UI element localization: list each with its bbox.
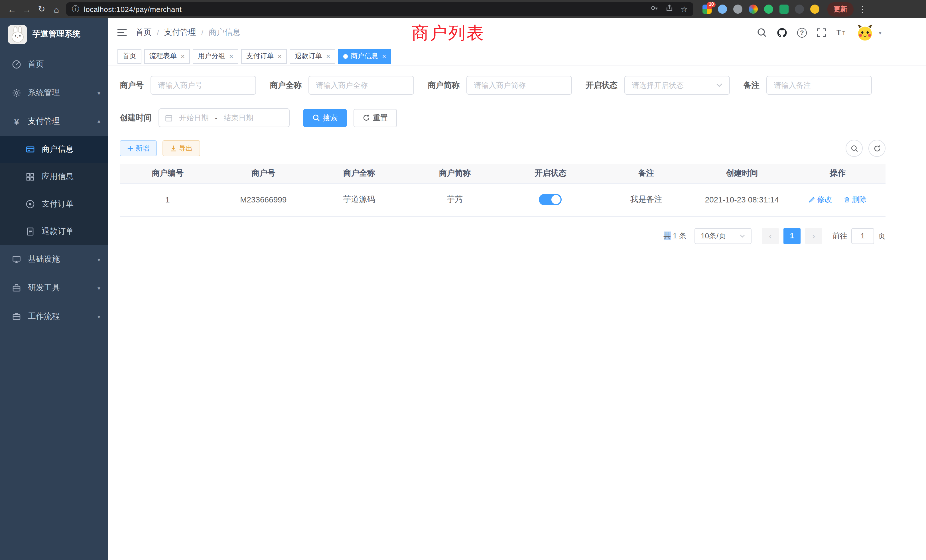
browser-menu-icon[interactable]: ⋮ bbox=[858, 4, 867, 14]
cell-status bbox=[502, 183, 598, 216]
tab-home[interactable]: 首页 bbox=[118, 49, 141, 64]
svg-text:T: T bbox=[842, 30, 845, 36]
sidebar-item-label: 支付订单 bbox=[42, 199, 100, 209]
edit-button[interactable]: 修改 bbox=[808, 194, 832, 205]
status-label: 开启状态 bbox=[586, 80, 617, 90]
logo-avatar-image bbox=[8, 25, 27, 44]
tab-close-icon[interactable]: × bbox=[382, 52, 386, 60]
font-size-icon[interactable]: TT bbox=[836, 28, 847, 37]
app-title: 芋道管理系统 bbox=[32, 29, 80, 39]
merchant-table: 商户编号 商户号 商户全称 商户简称 开启状态 备注 创建时间 操作 bbox=[120, 163, 885, 216]
sidebar-item-merchant-info[interactable]: 商户信息 bbox=[0, 136, 108, 163]
breadcrumb-home[interactable]: 首页 bbox=[136, 27, 152, 38]
sidebar-item-home[interactable]: 首页 bbox=[0, 50, 108, 79]
sidebar-menu: 首页 系统管理 ▾ ¥ 支付管理 ▾ bbox=[0, 50, 108, 331]
extension-icon[interactable] bbox=[718, 5, 727, 14]
extension-icon[interactable] bbox=[733, 5, 742, 14]
help-icon[interactable]: ? bbox=[797, 28, 807, 37]
extension-icon[interactable] bbox=[764, 5, 773, 14]
delete-button[interactable]: 删除 bbox=[843, 194, 867, 205]
header-search-icon[interactable] bbox=[757, 27, 767, 38]
status-toggle[interactable] bbox=[539, 194, 562, 205]
sidebar-item-workflow[interactable]: 工作流程 ▾ bbox=[0, 302, 108, 331]
extension-icon[interactable]: 10 bbox=[702, 5, 712, 14]
toggle-search-icon-button[interactable] bbox=[846, 140, 863, 157]
breadcrumb-separator: / bbox=[157, 28, 159, 37]
remark-label: 备注 bbox=[743, 80, 760, 90]
page-size-value: 10条/页 bbox=[701, 231, 726, 241]
search-form-row-1: 商户号 商户全称 商户简称 开启状态 bbox=[120, 76, 885, 95]
svg-text:T: T bbox=[837, 28, 841, 36]
tab-close-icon[interactable]: × bbox=[326, 52, 330, 60]
merchant-no-input[interactable] bbox=[158, 81, 249, 89]
next-page-button[interactable]: › bbox=[805, 228, 822, 244]
tab-refund-order[interactable]: 退款订单× bbox=[290, 49, 335, 64]
github-icon[interactable] bbox=[776, 27, 787, 38]
tab-merchant-info[interactable]: 商户信息× bbox=[338, 49, 391, 64]
sidebar-item-pay-order[interactable]: 支付订单 bbox=[0, 191, 108, 218]
chevron-down-icon: ▾ bbox=[97, 285, 100, 291]
bookmark-star-icon[interactable]: ☆ bbox=[681, 5, 688, 14]
search-form-row-2: 创建时间 开始日期 - 结束日期 搜索 bbox=[120, 108, 885, 127]
url-text: localhost:1024/pay/merchant bbox=[84, 5, 182, 14]
user-avatar[interactable] bbox=[856, 24, 873, 41]
sidebar-item-label: 基础设施 bbox=[28, 254, 97, 265]
cell-full-name: 芋道源码 bbox=[311, 183, 407, 216]
dashboard-icon bbox=[11, 60, 22, 69]
extension-icon[interactable] bbox=[779, 5, 788, 14]
active-tab-dot bbox=[343, 54, 348, 59]
browser-back-icon[interactable]: ← bbox=[5, 2, 20, 17]
date-range-separator: - bbox=[215, 114, 218, 122]
browser-profile-avatar[interactable] bbox=[810, 5, 819, 14]
sidebar-item-system[interactable]: 系统管理 ▾ bbox=[0, 79, 108, 107]
tab-user-group[interactable]: 用户分组× bbox=[193, 49, 238, 64]
tab-close-icon[interactable]: × bbox=[181, 52, 185, 60]
tab-process-form[interactable]: 流程表单× bbox=[144, 49, 190, 64]
app-header: 首页 / 支付管理 / 商户信息 ? bbox=[108, 18, 926, 47]
sidebar-item-app-info[interactable]: 应用信息 bbox=[0, 163, 108, 191]
screen: ← → ↻ ⌂ ⓘ localhost:1024/pay/merchant ☆ … bbox=[0, 0, 926, 560]
browser-home-icon[interactable]: ⌂ bbox=[49, 2, 64, 17]
page-size-select[interactable]: 10条/页 bbox=[694, 228, 752, 244]
merchant-shortname-input[interactable] bbox=[474, 81, 564, 89]
site-info-icon[interactable]: ⓘ bbox=[72, 4, 79, 14]
tab-close-icon[interactable]: × bbox=[229, 52, 233, 60]
col-merchant-no: 商户号 bbox=[216, 163, 311, 183]
tab-label: 退款订单 bbox=[295, 51, 322, 61]
sidebar-item-refund-order[interactable]: 退款订单 bbox=[0, 218, 108, 245]
sidebar-item-devtools[interactable]: 研发工具 ▾ bbox=[0, 274, 108, 302]
export-button[interactable]: 导出 bbox=[162, 140, 200, 156]
sidebar-item-payment[interactable]: ¥ 支付管理 ▾ bbox=[0, 107, 108, 136]
prev-page-button[interactable]: ‹ bbox=[762, 228, 779, 244]
user-menu-caret-icon[interactable]: ▾ bbox=[879, 29, 882, 36]
sidebar-item-label: 系统管理 bbox=[28, 88, 97, 98]
remark-input[interactable] bbox=[774, 81, 864, 89]
password-key-icon[interactable] bbox=[651, 4, 659, 14]
share-icon[interactable] bbox=[666, 4, 674, 14]
extension-icon[interactable] bbox=[749, 5, 758, 14]
sidebar-item-infrastructure[interactable]: 基础设施 ▾ bbox=[0, 245, 108, 274]
breadcrumb-payment[interactable]: 支付管理 bbox=[164, 27, 196, 38]
search-button[interactable]: 搜索 bbox=[303, 109, 346, 127]
browser-forward-icon[interactable]: → bbox=[20, 2, 34, 17]
browser-update-button[interactable]: 更新 bbox=[828, 2, 853, 16]
reset-button[interactable]: 重置 bbox=[354, 109, 397, 127]
merchant-fullname-input[interactable] bbox=[316, 81, 407, 89]
tab-pay-order[interactable]: 支付订单× bbox=[241, 49, 287, 64]
address-bar[interactable]: ⓘ localhost:1024/pay/merchant ☆ bbox=[66, 2, 693, 16]
menu-fold-icon[interactable] bbox=[117, 27, 128, 38]
fullscreen-icon[interactable] bbox=[817, 28, 826, 37]
monitor-icon bbox=[11, 255, 22, 264]
cell-remark: 我是备注 bbox=[598, 183, 694, 216]
status-select[interactable]: 请选择开启状态 bbox=[624, 76, 730, 95]
tab-close-icon[interactable]: × bbox=[278, 52, 282, 60]
create-time-range-picker[interactable]: 开始日期 - 结束日期 bbox=[159, 108, 290, 127]
chevron-down-icon bbox=[740, 234, 745, 238]
goto-page-input[interactable] bbox=[851, 228, 874, 244]
page-1-button[interactable]: 1 bbox=[784, 228, 800, 244]
refresh-icon-button[interactable] bbox=[869, 140, 885, 157]
add-button[interactable]: 新增 bbox=[120, 140, 157, 156]
browser-reload-icon[interactable]: ↻ bbox=[34, 2, 49, 17]
extension-icon[interactable] bbox=[795, 5, 804, 14]
delete-button-label: 删除 bbox=[852, 194, 867, 205]
